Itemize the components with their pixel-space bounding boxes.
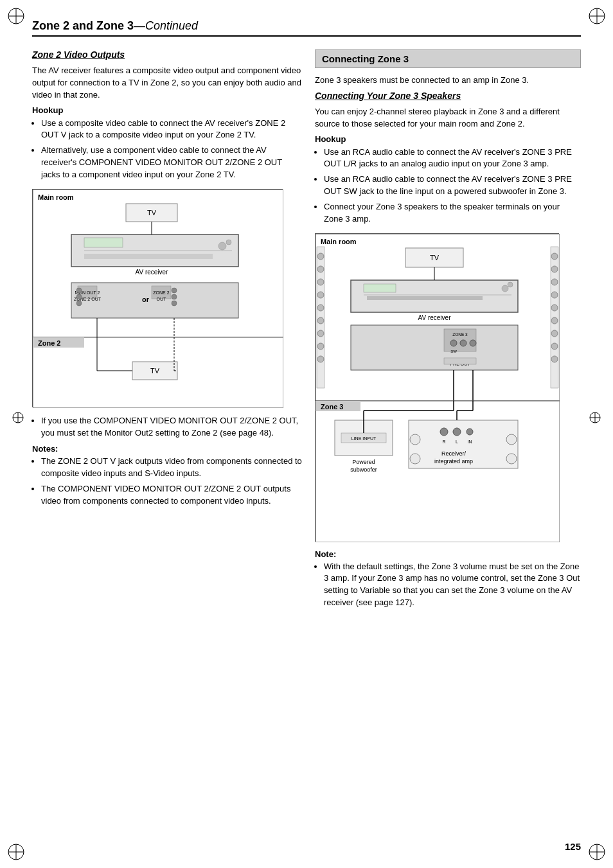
- zone3-hookup-list: Use an RCA audio cable to connect the AV…: [324, 146, 581, 226]
- connecting-zone3-title: Connecting Zone 3: [315, 49, 581, 68]
- zone2-diagram: Main room TV: [32, 189, 283, 407]
- svg-point-60: [317, 305, 324, 311]
- zone2-hookup-item-1: Use a composite video cable to connect t…: [41, 118, 302, 142]
- svg-rect-93: [444, 358, 476, 364]
- svg-point-57: [317, 266, 324, 272]
- svg-text:Zone 2: Zone 2: [38, 339, 60, 347]
- svg-point-38: [76, 288, 82, 293]
- svg-point-119: [506, 454, 517, 464]
- right-column: Connecting Zone 3 Zone 3 speakers must b…: [315, 49, 581, 614]
- svg-point-61: [317, 317, 324, 324]
- zone2-hookup-item-2: Alternatively, use a component video cab…: [41, 145, 302, 181]
- svg-point-42: [172, 294, 177, 299]
- svg-point-56: [317, 253, 324, 260]
- svg-point-25: [218, 242, 226, 250]
- zone3-note-title: Note:: [315, 549, 581, 559]
- svg-point-88: [450, 340, 457, 346]
- svg-text:OUT: OUT: [157, 297, 167, 301]
- svg-point-67: [551, 266, 558, 272]
- page-number: 125: [565, 841, 581, 852]
- zone3-speakers-intro: You can enjoy 2-channel stereo playback …: [315, 106, 581, 130]
- zone3-hookup-item-1: Use an RCA audio cable to connect the AV…: [324, 146, 581, 171]
- zone3-hookup-item-2: Use an RCA audio cable to connect the AV…: [324, 173, 581, 198]
- svg-text:Main room: Main room: [321, 238, 357, 245]
- zone2-notes-list: The ZONE 2 OUT V jack outputs video from…: [41, 456, 302, 507]
- svg-text:or: or: [142, 296, 150, 303]
- svg-point-113: [466, 429, 473, 435]
- zone3-hookup-title: Hookup: [315, 134, 581, 144]
- connecting-zone3-speakers-title: Connecting Your Zone 3 Speakers: [315, 91, 581, 101]
- svg-rect-80: [367, 296, 483, 300]
- svg-point-74: [551, 356, 558, 362]
- zone2-notes-title: Notes:: [32, 444, 302, 454]
- svg-point-71: [551, 317, 558, 324]
- svg-point-69: [551, 292, 558, 298]
- svg-point-91: [470, 340, 476, 346]
- right-margin-mark: [589, 411, 601, 426]
- svg-point-63: [317, 343, 324, 350]
- svg-text:L: L: [456, 439, 458, 444]
- svg-text:Powered: Powered: [352, 459, 375, 465]
- svg-text:TV: TV: [147, 209, 157, 217]
- svg-text:ZONE 3: ZONE 3: [452, 332, 468, 337]
- zone2-after-diagram-list: If you use the COMPONENT VIDEO MONITOR O…: [41, 415, 302, 439]
- svg-point-41: [172, 288, 177, 293]
- zone3-diagram-svg: Main room: [315, 234, 560, 542]
- svg-point-90: [460, 340, 466, 346]
- zone3-hookup-item-3: Connect your Zone 3 speakers to the spea…: [324, 201, 581, 226]
- svg-point-64: [317, 356, 324, 362]
- page: Zone 2 and Zone 3—Continued Zone 2 Video…: [0, 0, 613, 868]
- svg-point-117: [506, 434, 517, 445]
- svg-rect-85: [351, 325, 518, 370]
- connecting-zone3-intro: Zone 3 speakers must be connected to an …: [315, 75, 581, 87]
- svg-point-58: [317, 279, 324, 285]
- svg-text:TV: TV: [430, 254, 440, 261]
- zone2-intro-text: The AV receiver features a composite vid…: [32, 65, 302, 102]
- zone3-notes-list: With the default settings, the Zone 3 vo…: [324, 561, 581, 609]
- left-margin-mark: [12, 411, 24, 426]
- svg-point-43: [172, 301, 177, 306]
- page-header: Zone 2 and Zone 3—Continued: [32, 19, 581, 37]
- svg-point-116: [410, 434, 420, 445]
- svg-point-70: [551, 305, 558, 311]
- svg-text:R: R: [442, 439, 445, 444]
- svg-point-73: [551, 343, 558, 350]
- svg-rect-27: [84, 254, 213, 259]
- svg-text:Receiver/: Receiver/: [441, 450, 466, 457]
- svg-point-39: [76, 294, 82, 299]
- svg-point-118: [410, 454, 420, 464]
- zone2-hookup-list: Use a composite video cable to connect t…: [41, 118, 302, 181]
- zone2-note-2: The COMPONENT VIDEO MONITOR OUT 2/ZONE 2…: [41, 483, 302, 508]
- zone2-after-diagram-item-1: If you use the COMPONENT VIDEO MONITOR O…: [41, 415, 302, 439]
- corner-mark-br: [587, 842, 607, 862]
- svg-text:TV: TV: [150, 367, 160, 375]
- svg-point-109: [453, 428, 461, 436]
- svg-point-26: [226, 240, 231, 245]
- svg-text:Zone 3: Zone 3: [321, 403, 343, 411]
- svg-rect-78: [364, 284, 396, 292]
- svg-text:ZONE 2: ZONE 2: [153, 290, 169, 295]
- left-column: Zone 2 Video Outputs The AV receiver fea…: [32, 49, 302, 614]
- svg-rect-23: [84, 238, 123, 247]
- svg-point-62: [317, 330, 324, 337]
- svg-text:subwoofer: subwoofer: [350, 466, 377, 473]
- svg-point-66: [551, 253, 558, 260]
- page-title: Zone 2 and Zone 3—Continued: [32, 19, 581, 33]
- zone2-hookup-title: Hookup: [32, 105, 302, 115]
- svg-text:SW: SW: [450, 350, 457, 353]
- svg-text:AV receiver: AV receiver: [418, 314, 452, 321]
- svg-text:IN: IN: [468, 439, 472, 444]
- corner-mark-tl: [6, 6, 26, 26]
- zone2-diagram-svg: Main room TV: [33, 190, 283, 408]
- zone3-diagram: Main room: [315, 233, 559, 542]
- svg-text:Main room: Main room: [38, 193, 74, 201]
- corner-mark-tr: [587, 6, 607, 26]
- svg-text:LINE INPUT: LINE INPUT: [351, 436, 377, 441]
- svg-text:integrated amp: integrated amp: [434, 458, 473, 465]
- svg-point-82: [508, 282, 513, 287]
- svg-point-40: [76, 301, 82, 306]
- svg-point-72: [551, 330, 558, 337]
- zone2-note-1: The ZONE 2 OUT V jack outputs video from…: [41, 456, 302, 480]
- svg-point-108: [440, 428, 448, 436]
- svg-text:AV receiver: AV receiver: [136, 269, 169, 276]
